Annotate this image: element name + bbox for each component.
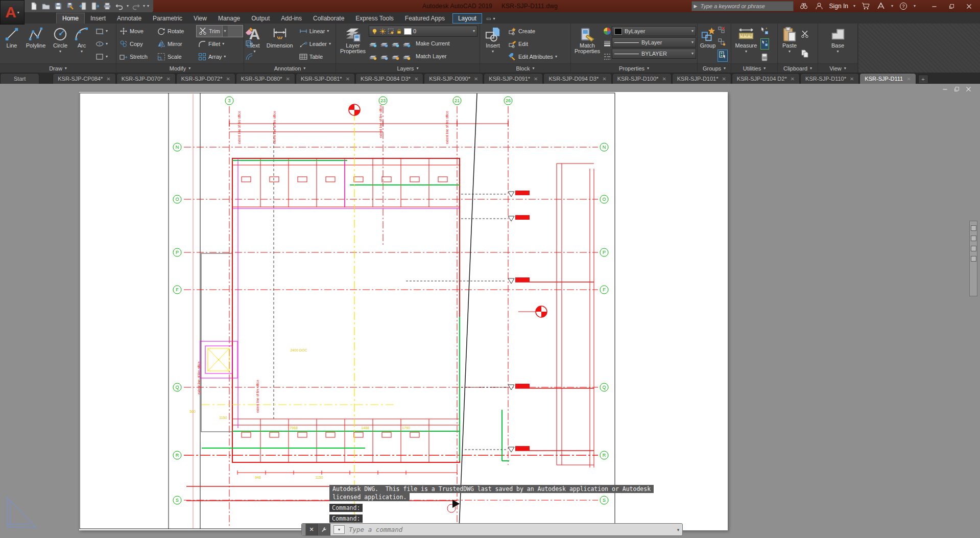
ribbon-tab-layout[interactable]: Layout: [452, 13, 482, 24]
restore-button[interactable]: [946, 1, 957, 11]
ribbon-tab-annotate[interactable]: Annotate: [111, 13, 147, 24]
stretch-button[interactable]: Stretch: [117, 50, 155, 63]
command-customize-button[interactable]: [318, 524, 330, 535]
command-expand-button[interactable]: ▾: [674, 527, 682, 532]
search-input[interactable]: [700, 3, 791, 10]
layout-paper[interactable]: 3 23 21 26 N O P F Q R S N: [79, 92, 728, 530]
array-button[interactable]: Array▾: [196, 50, 243, 63]
layer-isolate-icon[interactable]: [380, 39, 388, 48]
panel-label-block[interactable]: Block▾: [480, 63, 570, 73]
panel-label-groups[interactable]: Groups▾: [698, 63, 731, 73]
file-tab[interactable]: KSR-SJP-D081*✕: [296, 73, 355, 84]
ribbon-tab-output[interactable]: Output: [246, 13, 275, 24]
group-edit-icon[interactable]: [718, 38, 726, 46]
layer-off-icon[interactable]: [369, 39, 377, 48]
close-icon[interactable]: ✕: [346, 76, 350, 82]
lineweight-icon[interactable]: [603, 40, 611, 48]
close-button[interactable]: [964, 1, 974, 11]
panel-label-properties[interactable]: Properties▾: [571, 63, 697, 73]
circle-button[interactable]: Circle▾: [49, 25, 71, 63]
file-tab[interactable]: KSR-SJP-D110*✕: [800, 73, 859, 84]
close-icon[interactable]: ✕: [414, 76, 418, 82]
ribbon-display-toggle[interactable]: ▭▾: [486, 16, 495, 24]
file-tab[interactable]: KSR-SJP-CP084*✕: [53, 73, 115, 84]
panel-label-view[interactable]: View▾: [818, 63, 857, 73]
make-current-button[interactable]: Make Current: [414, 37, 452, 50]
application-menu-button[interactable]: A▾: [0, 0, 25, 25]
edit-attributes-button[interactable]: Edit Attributes▾: [506, 51, 559, 63]
close-icon[interactable]: ✕: [602, 76, 606, 82]
layer-select[interactable]: 0 ▾: [369, 26, 477, 37]
text-button[interactable]: AText▾: [245, 25, 264, 63]
collapsed-palette[interactable]: [969, 221, 977, 296]
object-color-select[interactable]: ByLayer▾: [612, 26, 696, 36]
palette-icon[interactable]: [971, 246, 976, 251]
panel-label-clipboard[interactable]: Clipboard▾: [778, 63, 818, 73]
file-tab[interactable]: KSR-SJP-D070*✕: [116, 73, 176, 84]
ellipse-button[interactable]: ▾: [93, 38, 110, 51]
linetype-select[interactable]: BYLAYER▾: [612, 49, 696, 59]
quick-calc-icon[interactable]: [760, 53, 769, 61]
polyline-button[interactable]: Polyline: [22, 25, 49, 63]
panel-label-modify[interactable]: Modify▾: [116, 63, 244, 73]
command-bar[interactable]: ✕ ▾ ▾: [301, 523, 683, 536]
palette-icon[interactable]: [971, 225, 976, 231]
app-store-cart-icon[interactable]: [861, 1, 871, 11]
close-icon[interactable]: ✕: [791, 76, 795, 82]
scale-button[interactable]: Scale: [155, 50, 196, 63]
file-tab[interactable]: KSR-SJP-D100*✕: [612, 73, 672, 84]
rectangle-button[interactable]: ▾: [93, 25, 110, 37]
command-input[interactable]: [348, 525, 674, 534]
ribbon-tab-manage[interactable]: Manage: [212, 13, 246, 24]
close-icon[interactable]: ✕: [106, 76, 110, 82]
help-icon[interactable]: [898, 1, 909, 11]
close-icon[interactable]: ✕: [906, 76, 911, 82]
search-icon[interactable]: [799, 1, 809, 11]
table-button[interactable]: Table: [297, 51, 333, 63]
file-tab[interactable]: KSR-SJP-D080*✕: [236, 73, 295, 84]
measure-button[interactable]: Measure▾: [732, 25, 760, 63]
command-bar-grip[interactable]: [302, 524, 306, 535]
dwg-restore-button[interactable]: [953, 86, 960, 92]
select-similar-icon[interactable]: [760, 38, 769, 50]
panel-label-draw[interactable]: Draw▾: [0, 63, 116, 73]
ribbon-tab-addins[interactable]: Add-ins: [275, 13, 307, 24]
color-wheel-icon[interactable]: [603, 27, 611, 35]
layer-turn-on-icon[interactable]: [369, 52, 377, 60]
file-tab[interactable]: KSR-SJP-D094 D3*✕: [543, 73, 611, 84]
paste-button[interactable]: Paste▾: [779, 25, 800, 63]
dimension-button[interactable]: Dimension: [264, 25, 296, 63]
search-chevron-icon[interactable]: ▶: [694, 4, 698, 9]
trim-button[interactable]: Trim▾: [196, 25, 243, 37]
layer-freeze-icon[interactable]: [391, 39, 399, 48]
close-icon[interactable]: ✕: [286, 76, 290, 82]
autodesk-dropdown[interactable]: ▾: [891, 4, 893, 8]
layer-thaw-all-icon[interactable]: [391, 52, 399, 60]
close-icon[interactable]: ✕: [722, 76, 726, 82]
edit-block-button[interactable]: Edit: [506, 38, 559, 51]
base-button[interactable]: Base▾: [827, 25, 849, 63]
mirror-button[interactable]: Mirror: [155, 37, 196, 50]
dwg-close-button[interactable]: [965, 86, 972, 92]
copy-clip-icon[interactable]: [801, 50, 809, 58]
file-tab[interactable]: KSR-SJP-D072*✕: [176, 73, 235, 84]
ribbon-tab-collaborate[interactable]: Collaborate: [307, 13, 350, 24]
move-button[interactable]: Move: [117, 25, 155, 37]
panel-label-layers[interactable]: Layers▾: [336, 63, 480, 73]
group-selection-toggle[interactable]: [718, 50, 728, 62]
linetype-icon[interactable]: [603, 53, 611, 61]
leader-button[interactable]: Leader▾: [297, 38, 333, 51]
ribbon-tab-insert[interactable]: Insert: [85, 13, 111, 24]
file-tab-start[interactable]: Start: [0, 73, 39, 84]
sign-in-dropdown[interactable]: ▾: [853, 4, 855, 8]
linear-button[interactable]: Linear▾: [297, 25, 333, 37]
help-dropdown[interactable]: ▾: [914, 4, 916, 8]
arc-button[interactable]: Arc▾: [71, 25, 92, 63]
close-icon[interactable]: ✕: [226, 76, 230, 82]
layer-properties-button[interactable]: Layer Properties: [337, 25, 369, 63]
ribbon-tab-view[interactable]: View: [188, 13, 212, 24]
dwg-minimize-button[interactable]: [942, 86, 948, 92]
ribbon-tab-home[interactable]: Home: [56, 13, 85, 24]
file-tab[interactable]: KSR-SJP-D101*✕: [672, 73, 731, 84]
minimize-button[interactable]: [929, 1, 939, 11]
